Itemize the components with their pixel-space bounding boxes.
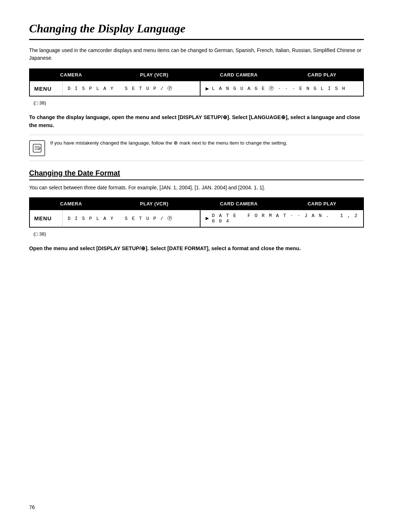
menu-right-cell-1: ▶ L A N G U A G E Ⓟ · · · E N G L I S H	[201, 81, 363, 96]
mode-play-vcr-2: PLAY (VCR)	[113, 198, 196, 209]
mode-bar-1: CAMERA PLAY (VCR) CARD CAMERA CARD PLAY	[29, 68, 364, 81]
arrow-icon-2: ▶	[206, 215, 210, 222]
note-box: If you have mistakenly changed the langu…	[29, 135, 364, 161]
page-number: 76	[29, 504, 35, 510]
menu-left-text-1: D I S P L A Y S E T U P / Ⓟ	[68, 85, 173, 92]
menu-right-text-1: L A N G U A G E Ⓟ · · · E N G L I S H	[212, 85, 346, 92]
menu-row-2: MENU D I S P L A Y S E T U P / Ⓟ ▶ D A T…	[30, 210, 363, 227]
menu-table-2: MENU D I S P L A Y S E T U P / Ⓟ ▶ D A T…	[29, 210, 364, 228]
section1-intro: The language used in the camcorder displ…	[29, 47, 364, 62]
menu-left-cell-2: D I S P L A Y S E T U P / Ⓟ	[63, 210, 201, 227]
arrow-icon-1: ▶	[206, 85, 210, 92]
menu-left-cell-1: D I S P L A Y S E T U P / Ⓟ	[63, 81, 201, 96]
menu-label-2: MENU	[30, 210, 63, 227]
mode-card-play-2: CARD PLAY	[281, 198, 364, 209]
section2-heading: Changing the Date Format	[29, 169, 364, 180]
menu-right-cell-2: ▶ D A T E F O R M A T · · J A N . 1 , 2 …	[201, 210, 363, 227]
mode-play-vcr-1: PLAY (VCR)	[113, 69, 196, 80]
note-text: If you have mistakenly changed the langu…	[50, 139, 287, 147]
section2-intro: You can select between three date format…	[29, 184, 364, 192]
menu-label-1: MENU	[30, 81, 63, 96]
instruction-1: To change the display language, open the…	[29, 114, 364, 130]
note-svg-icon	[32, 143, 42, 153]
menu-ref-2: (□ 38)	[29, 230, 364, 240]
page-title: Changing the Display Language	[29, 22, 364, 40]
note-icon	[29, 140, 45, 156]
instruction-2: Open the menu and select [DISPLAY SETUP/…	[29, 245, 364, 253]
menu-left-text-2: D I S P L A Y S E T U P / Ⓟ	[68, 215, 173, 222]
menu-ref-1: (□ 38)	[29, 99, 364, 109]
mode-card-camera-2: CARD CAMERA	[198, 198, 281, 209]
menu-right-text-2: D A T E F O R M A T · · J A N . 1 , 2 0 …	[212, 213, 358, 224]
menu-row-1: MENU D I S P L A Y S E T U P / Ⓟ ▶ L A N…	[30, 81, 363, 96]
mode-card-camera-1: CARD CAMERA	[198, 69, 281, 80]
mode-card-play-1: CARD PLAY	[281, 69, 364, 80]
mode-camera-2: CAMERA	[30, 198, 113, 209]
mode-camera-1: CAMERA	[30, 69, 113, 80]
menu-table-1: MENU D I S P L A Y S E T U P / Ⓟ ▶ L A N…	[29, 81, 364, 96]
mode-bar-2: CAMERA PLAY (VCR) CARD CAMERA CARD PLAY	[29, 197, 364, 210]
